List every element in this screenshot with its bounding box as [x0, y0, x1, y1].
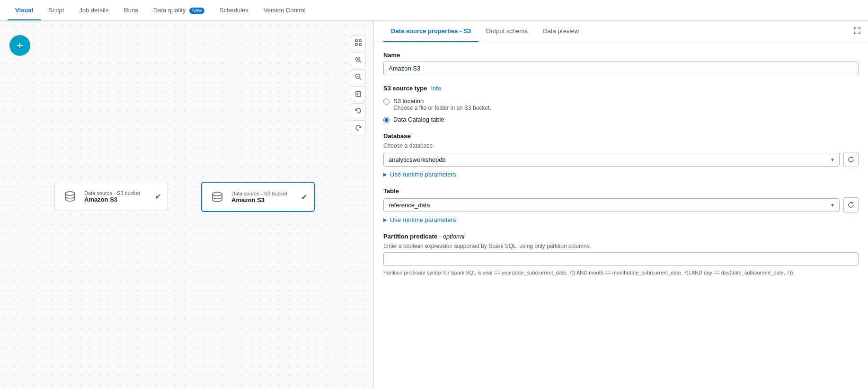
radio-s3-location[interactable]: S3 location Choose a file or folder in a…: [383, 97, 859, 111]
node-1-content: Data source - S3 bucket Amazon S3: [84, 190, 149, 203]
panel-tab-data-preview[interactable]: Data preview: [535, 21, 586, 42]
database-sublabel: Choose a database.: [383, 142, 859, 149]
name-label: Name: [383, 52, 859, 59]
database-select-wrapper: analyticsworkshopdb ▼: [383, 153, 840, 167]
node-1-icon: [62, 188, 79, 205]
s3-location-label: S3 location: [393, 97, 491, 105]
node-1-title: Amazon S3: [84, 196, 149, 203]
node-2-check: ✔: [301, 193, 307, 202]
node-2-icon: [209, 188, 226, 205]
canvas-area: +: [0, 21, 374, 389]
add-node-button[interactable]: +: [9, 35, 30, 56]
table-select[interactable]: reference_data: [383, 198, 840, 212]
node-1[interactable]: Data source - S3 bucket Amazon S3 ✔: [54, 182, 168, 211]
node-2-title: Amazon S3: [231, 196, 295, 203]
partition-hint: Partition predicate syntax for Spark SQL…: [383, 269, 859, 277]
tab-data-quality[interactable]: Data quality New: [146, 1, 212, 20]
s3-location-sub: Choose a file or folder in an S3 bucket.: [393, 105, 491, 111]
database-runtime-toggle[interactable]: ▶ Use runtime parameters: [383, 171, 859, 178]
database-field-group: Database Choose a database. analyticswor…: [383, 133, 859, 178]
fit-view-button[interactable]: [351, 35, 366, 50]
radio-s3-location-input[interactable]: [383, 98, 390, 105]
database-label: Database: [383, 133, 859, 140]
table-select-row: reference_data ▼: [383, 197, 859, 212]
partition-field-group: Partition predicate - optional Enter a b…: [383, 233, 859, 277]
table-field-group: Table reference_data ▼: [383, 187, 859, 223]
node-2[interactable]: Data source - S3 bucket Amazon S3 ✔: [201, 182, 315, 212]
database-select-row: analyticsworkshopdb ▼: [383, 152, 859, 167]
table-runtime-label: Use runtime parameters: [390, 216, 456, 223]
zoom-out-button[interactable]: [351, 69, 366, 84]
name-field-group: Name: [383, 52, 859, 75]
partition-label: Partition predicate - optional: [383, 233, 859, 240]
tab-job-details[interactable]: Job details: [71, 1, 116, 20]
tab-runs[interactable]: Runs: [116, 1, 145, 20]
node-1-check: ✔: [155, 192, 161, 201]
radio-data-catalog[interactable]: Data Catalog table: [383, 116, 859, 123]
tab-script[interactable]: Script: [41, 1, 71, 20]
data-catalog-label: Data Catalog table: [393, 116, 444, 123]
tab-version-control[interactable]: Version Control: [256, 1, 313, 20]
top-nav: Visual Script Job details Runs Data qual…: [0, 0, 868, 21]
info-link[interactable]: Info: [431, 85, 442, 92]
partition-input[interactable]: [383, 252, 859, 266]
radio-data-catalog-input[interactable]: [383, 117, 390, 123]
table-runtime-toggle[interactable]: ▶ Use runtime parameters: [383, 216, 859, 223]
source-type-row: S3 source type Info: [383, 85, 859, 92]
svg-line-10: [360, 78, 362, 80]
svg-rect-2: [355, 44, 357, 45]
database-runtime-arrow: ▶: [383, 172, 387, 177]
panel-tab-output-schema[interactable]: Output schema: [478, 21, 535, 42]
node-2-content: Data source - S3 bucket Amazon S3: [231, 191, 295, 203]
svg-rect-1: [359, 40, 361, 42]
svg-rect-0: [355, 40, 357, 42]
source-type-label: S3 source type: [383, 85, 427, 92]
tab-schedules[interactable]: Schedules: [212, 1, 256, 20]
database-select[interactable]: analyticsworkshopdb: [383, 153, 840, 167]
partition-sublabel: Enter a boolean expression supported by …: [383, 243, 859, 249]
redo-button[interactable]: [351, 120, 366, 135]
svg-point-16: [65, 192, 75, 195]
radio-group: S3 location Choose a file or folder in a…: [383, 97, 859, 123]
panel-content: Name S3 source type Info S3 location Cho…: [374, 42, 868, 389]
svg-line-7: [360, 61, 362, 63]
expand-icon[interactable]: [854, 27, 860, 35]
panel-header: Data source properties - S3 Output schem…: [374, 21, 868, 42]
svg-rect-3: [359, 44, 361, 45]
database-refresh-button[interactable]: [843, 152, 859, 167]
data-quality-badge: New: [189, 8, 204, 14]
source-type-field-group: S3 source type Info S3 location Choose a…: [383, 85, 859, 123]
table-refresh-button[interactable]: [843, 197, 859, 212]
tab-visual[interactable]: Visual: [8, 1, 41, 20]
svg-point-17: [213, 192, 222, 196]
undo-button[interactable]: [351, 103, 366, 118]
name-input[interactable]: [383, 62, 859, 75]
table-select-wrapper: reference_data ▼: [383, 198, 840, 212]
database-runtime-label: Use runtime parameters: [390, 171, 456, 178]
table-label: Table: [383, 187, 859, 194]
table-runtime-arrow: ▶: [383, 217, 387, 222]
main-layout: +: [0, 21, 868, 389]
zoom-in-button[interactable]: [351, 52, 366, 67]
delete-button[interactable]: [351, 86, 366, 101]
node-2-subtitle: Data source - S3 bucket: [231, 191, 295, 196]
canvas-toolbar: [351, 35, 366, 135]
right-panel: Data source properties - S3 Output schem…: [374, 21, 868, 389]
node-1-subtitle: Data source - S3 bucket: [84, 190, 149, 196]
partition-optional: optional: [443, 233, 465, 240]
panel-tab-properties[interactable]: Data source properties - S3: [383, 21, 478, 42]
svg-rect-11: [356, 92, 361, 97]
